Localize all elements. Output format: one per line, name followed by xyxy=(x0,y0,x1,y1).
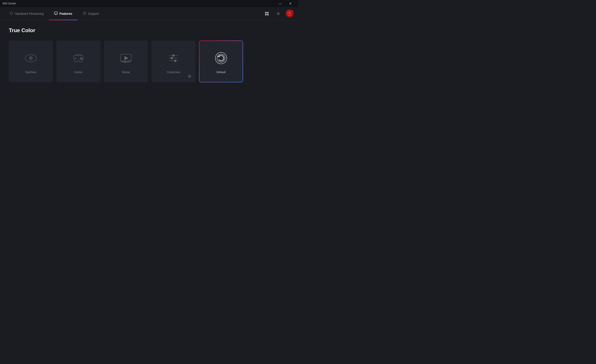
grid-icon xyxy=(265,11,269,16)
svg-point-16 xyxy=(81,59,82,60)
svg-rect-2 xyxy=(265,12,267,14)
svg-point-13 xyxy=(81,57,82,58)
svg-point-7 xyxy=(289,12,291,14)
card-eyerest-label: EyeRest xyxy=(25,70,36,74)
svg-point-14 xyxy=(80,58,81,59)
close-button[interactable]: ✕ xyxy=(285,0,296,7)
tab-features[interactable]: Features xyxy=(49,7,77,20)
avatar[interactable]: 1 xyxy=(286,10,294,18)
monitor-icon xyxy=(54,11,58,16)
svg-point-28 xyxy=(189,76,190,77)
svg-point-25 xyxy=(171,57,173,59)
customize-gear-icon xyxy=(187,74,192,79)
refresh-icon xyxy=(10,11,13,16)
eyerest-icon-container xyxy=(22,49,40,67)
svg-rect-5 xyxy=(267,14,268,15)
title-bar-left: MSI Center xyxy=(3,2,16,5)
svg-rect-0 xyxy=(54,12,58,14)
movie-icon-container xyxy=(117,49,135,67)
sliders-icon xyxy=(166,51,180,65)
nav-bar: Hardware Monitoring Features Support xyxy=(0,7,298,20)
settings-button[interactable] xyxy=(274,10,282,18)
svg-point-21 xyxy=(125,61,126,63)
svg-rect-4 xyxy=(265,14,267,15)
card-game[interactable]: Game xyxy=(56,41,100,82)
title-bar-controls: — ✕ xyxy=(275,0,296,7)
grid-view-button[interactable] xyxy=(263,10,271,18)
tab-support-label: Support xyxy=(88,12,99,15)
svg-marker-18 xyxy=(125,56,128,60)
card-default[interactable]: Default xyxy=(199,41,243,82)
minimize-button[interactable]: — xyxy=(275,0,285,7)
svg-point-6 xyxy=(278,13,279,14)
card-movie[interactable]: Movie xyxy=(104,41,148,82)
svg-point-23 xyxy=(173,54,175,56)
eye-icon xyxy=(24,51,38,65)
customize-settings-button[interactable] xyxy=(187,74,192,79)
card-customize-label: Customize xyxy=(167,70,180,74)
cards-grid: EyeRest xyxy=(9,41,289,82)
svg-point-27 xyxy=(174,60,176,62)
clock-icon xyxy=(83,11,86,16)
tab-hardware-monitoring-label: Hardware Monitoring xyxy=(15,12,44,15)
customize-icon-container xyxy=(165,49,182,67)
app-title: MSI Center xyxy=(3,2,16,5)
game-icon-container xyxy=(70,49,87,67)
default-icon-container xyxy=(212,49,230,67)
avatar-badge: 1 xyxy=(291,10,294,12)
card-default-label: Default xyxy=(216,70,225,74)
card-game-label: Game xyxy=(74,70,82,74)
main-content: True Color EyeRest xyxy=(0,20,298,89)
page-title: True Color xyxy=(9,27,289,33)
svg-point-15 xyxy=(82,58,82,59)
nav-tabs: Hardware Monitoring Features Support xyxy=(4,7,263,20)
card-customize[interactable]: Customize xyxy=(151,41,195,82)
svg-point-10 xyxy=(30,58,31,59)
gear-icon xyxy=(276,11,281,16)
tab-features-label: Features xyxy=(60,12,72,15)
gamepad-icon xyxy=(71,51,85,65)
title-bar: MSI Center — ✕ xyxy=(0,0,298,7)
card-movie-label: Movie xyxy=(122,70,130,74)
reset-icon xyxy=(214,51,228,65)
svg-rect-3 xyxy=(267,12,268,14)
nav-right: 1 xyxy=(263,10,294,18)
card-eyerest[interactable]: EyeRest xyxy=(9,41,53,82)
tab-hardware-monitoring[interactable]: Hardware Monitoring xyxy=(4,7,49,20)
movie-icon xyxy=(119,51,133,65)
tab-support[interactable]: Support xyxy=(77,7,104,20)
